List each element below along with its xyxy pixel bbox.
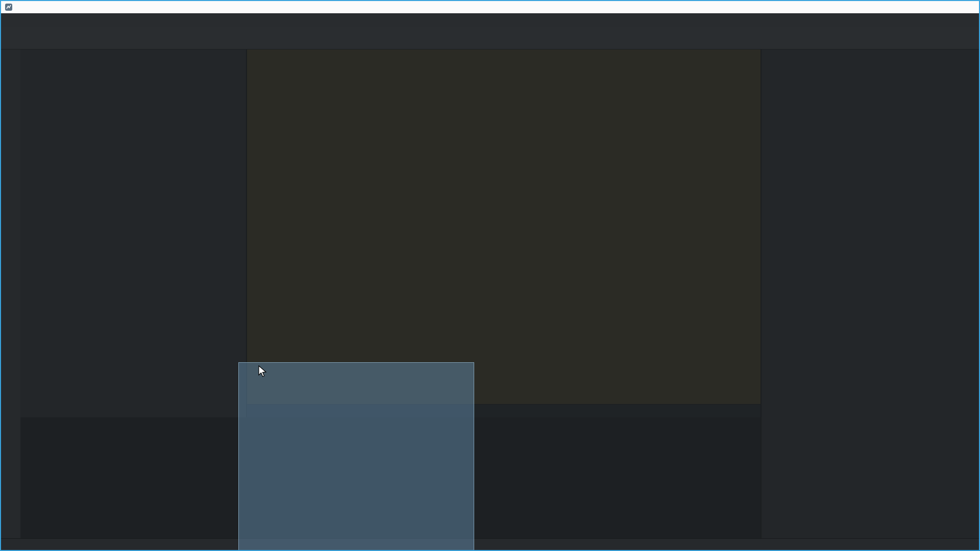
maximize-button[interactable] xyxy=(936,1,958,13)
mouse-cursor xyxy=(258,365,269,378)
worksheet-toolbox xyxy=(1,49,20,550)
project-explorer-dock xyxy=(20,49,246,418)
title-bar[interactable] xyxy=(1,1,979,13)
floating-project-explorer[interactable] xyxy=(238,362,474,551)
status-bar xyxy=(1,538,979,550)
properties-dock xyxy=(762,49,980,540)
worksheet-dock xyxy=(247,49,761,404)
labplot-window xyxy=(0,0,980,551)
menu-bar xyxy=(1,13,979,27)
close-button[interactable] xyxy=(958,1,979,13)
minimize-button[interactable] xyxy=(915,1,936,13)
main-toolbar xyxy=(1,27,979,49)
app-icon xyxy=(5,3,13,11)
